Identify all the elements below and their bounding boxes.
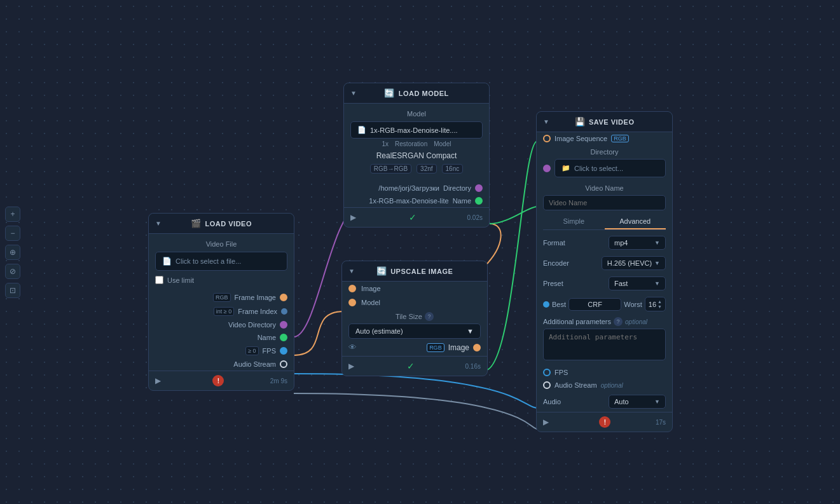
- frame-index-port-row: int ≥ 0 Frame Index: [149, 304, 294, 318]
- video-file-label: Video File: [155, 240, 287, 248]
- encoder-arrow-icon: ▼: [654, 260, 660, 266]
- format-value: mp4: [614, 239, 628, 247]
- folder-icon: 📁: [561, 164, 570, 172]
- save-directory-input[interactable]: 📁 Click to select...: [554, 159, 666, 177]
- model-directory-port-row: /home/jorj/Загрузки Directory: [344, 182, 489, 194]
- load-video-title: LOAD VIDEO: [205, 220, 252, 228]
- upscale-play-btn[interactable]: ▶: [348, 360, 360, 372]
- fit-btn[interactable]: ⊕: [5, 245, 20, 260]
- model-name-value: 1x-RGB-max-Denoise-lite: [369, 197, 448, 205]
- save-fps-label: FPS: [554, 369, 568, 376]
- grid-btn[interactable]: ⊡: [5, 283, 20, 298]
- upscale-image-icon: 🔄: [376, 266, 387, 276]
- additional-params-optional: optional: [625, 318, 647, 325]
- preset-value: Fast: [614, 280, 628, 287]
- image-sequence-port[interactable]: [543, 135, 551, 142]
- save-video-header: ▼ 💾 SAVE VIDEO: [537, 112, 672, 132]
- connections-layer: [0, 0, 840, 504]
- model-name-port[interactable]: [475, 197, 483, 205]
- video-directory-port[interactable]: [280, 321, 287, 329]
- lock-btn[interactable]: ⊘: [5, 264, 20, 279]
- save-video-play-btn[interactable]: ▶: [543, 416, 554, 428]
- video-file-input[interactable]: 📄 Click to select a file...: [155, 252, 287, 271]
- model-type2: Model: [434, 140, 451, 147]
- upscale-image-header: ▼ 🔄 UPSCALE IMAGE: [342, 261, 487, 282]
- preset-select[interactable]: Fast ▼: [609, 276, 666, 290]
- video-name-input[interactable]: [543, 195, 666, 210]
- frame-index-port[interactable]: [281, 308, 287, 315]
- encoder-select[interactable]: H.265 (HEVC) ▼: [602, 256, 666, 270]
- save-audio-stream-optional: optional: [601, 382, 623, 389]
- upscale-model-input-port[interactable]: [348, 299, 356, 306]
- save-directory-placeholder: Click to select...: [574, 165, 623, 172]
- save-directory-label: Directory: [537, 145, 672, 159]
- upscale-eye-icon[interactable]: 👁: [348, 343, 357, 352]
- fps-port[interactable]: [280, 347, 287, 355]
- tab-advanced[interactable]: Advanced: [605, 214, 666, 229]
- crf-up-icon[interactable]: ▲: [658, 299, 662, 304]
- load-video-play-btn[interactable]: ▶: [155, 375, 167, 386]
- crf-worst-label: Worst: [624, 301, 642, 308]
- load-model-time: 0.02s: [467, 214, 483, 221]
- upscale-image-input-port[interactable]: [348, 285, 356, 292]
- additional-params-label: Additional parameters: [543, 318, 611, 325]
- tile-size-select[interactable]: Auto (estimate) ▼: [348, 324, 481, 339]
- model-type1: Restoration: [395, 140, 427, 147]
- load-model-collapse[interactable]: ▼: [350, 90, 357, 97]
- use-limit-checkbox[interactable]: [155, 276, 163, 284]
- tile-size-help-icon[interactable]: ?: [425, 312, 434, 321]
- save-audio-stream-label: Audio Stream: [554, 381, 597, 389]
- fps-badge: ≥ 0: [245, 346, 258, 355]
- additional-params-input[interactable]: [543, 329, 666, 360]
- crf-stepper[interactable]: ▲ ▼: [658, 299, 662, 309]
- upscale-image-collapse[interactable]: ▼: [348, 268, 355, 275]
- crf-worst-value-box[interactable]: 16 ▲ ▼: [645, 297, 666, 311]
- upscale-output-port-group: RGB Image: [427, 343, 481, 352]
- upscale-image-node: ▼ 🔄 UPSCALE IMAGE Image Model Tile Size …: [341, 261, 488, 376]
- audio-stream-port[interactable]: [280, 360, 287, 368]
- model-tag-0: RGB→RGB: [370, 164, 411, 174]
- save-video-node: ▼ 💾 SAVE VIDEO Image Sequence RGB Direct…: [536, 111, 673, 432]
- crf-input[interactable]: CRF: [568, 298, 621, 311]
- format-row: Format mp4 ▼: [537, 233, 672, 253]
- preset-label: Preset: [543, 280, 605, 287]
- tab-simple[interactable]: Simple: [543, 214, 605, 229]
- audio-row: Audio Auto ▼: [537, 392, 672, 412]
- save-audio-stream-port-row: Audio Stream optional: [537, 379, 672, 392]
- format-label: Format: [543, 239, 605, 247]
- load-model-footer: ▶ ✓ 0.02s: [344, 207, 489, 227]
- model-tag-1: 32nf: [417, 164, 436, 174]
- name-port[interactable]: [280, 334, 287, 341]
- format-arrow-icon: ▼: [654, 240, 660, 246]
- audio-select[interactable]: Auto ▼: [609, 395, 666, 409]
- audio-label: Audio: [543, 398, 605, 405]
- save-video-error-badge: !: [599, 416, 610, 428]
- load-model-play-btn[interactable]: ▶: [350, 212, 362, 223]
- image-sequence-row: Image Sequence RGB: [537, 132, 672, 145]
- upscale-output-port[interactable]: [473, 344, 481, 351]
- load-video-collapse[interactable]: ▼: [155, 220, 162, 227]
- zoom-in-btn[interactable]: +: [5, 207, 20, 222]
- audio-arrow-icon: ▼: [654, 398, 660, 405]
- frame-image-port[interactable]: [280, 294, 287, 301]
- upscale-model-port-row: Model: [342, 296, 487, 310]
- tile-size-arrow-icon: ▼: [467, 327, 474, 335]
- fps-label: FPS: [263, 347, 276, 355]
- video-directory-port-row: Video Directory: [149, 318, 294, 331]
- format-select[interactable]: mp4 ▼: [609, 236, 666, 250]
- save-audio-stream-port[interactable]: [543, 381, 551, 389]
- video-directory-label: Video Directory: [228, 321, 276, 329]
- crf-down-icon[interactable]: ▼: [658, 304, 662, 309]
- save-fps-port[interactable]: [543, 369, 551, 376]
- model-directory-value: /home/jorj/Загрузки: [378, 184, 439, 192]
- zoom-out-btn[interactable]: −: [5, 226, 20, 241]
- fps-port-row: ≥ 0 FPS: [149, 344, 294, 358]
- model-directory-port[interactable]: [475, 184, 483, 192]
- save-video-collapse[interactable]: ▼: [543, 118, 549, 125]
- additional-params-help-icon[interactable]: ?: [614, 317, 623, 326]
- save-directory-port[interactable]: [543, 165, 551, 172]
- model-name-large: RealESRGAN Compact: [350, 149, 483, 162]
- model-file-box[interactable]: 📄 1x-RGB-max-Denoise-lite....: [350, 121, 483, 139]
- load-model-node: ▼ 🔄 LOAD MODEL Model 📄 1x-RGB-max-Denois…: [343, 83, 490, 228]
- audio-stream-port-row: Audio Stream: [149, 358, 294, 371]
